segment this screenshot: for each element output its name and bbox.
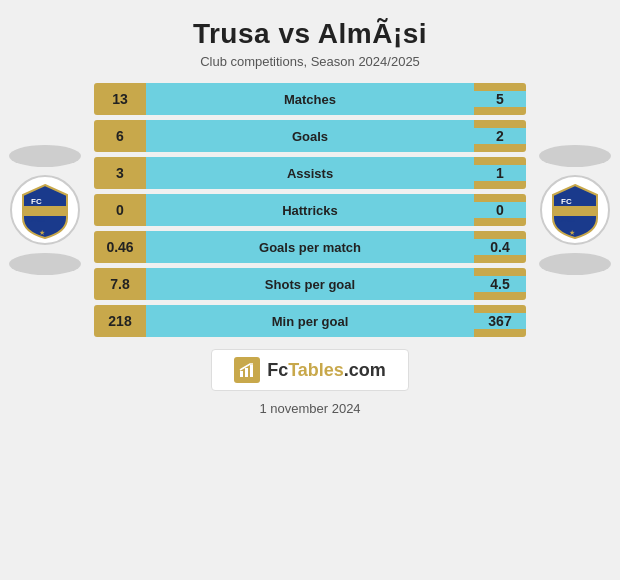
stat-value-right: 0.4 <box>474 239 526 255</box>
stat-label: Goals <box>146 120 474 152</box>
stat-value-left: 6 <box>94 128 146 144</box>
watermark-text: FcTables.com <box>267 360 386 381</box>
stat-label: Matches <box>146 83 474 115</box>
ellipse-decoration-left-bottom <box>9 253 81 275</box>
stat-label: Min per goal <box>146 305 474 337</box>
svg-text:DAC: DAC <box>558 215 576 224</box>
watermark-container: FcTables.com <box>211 349 409 391</box>
logo-right: FC DAC ★ <box>530 145 620 275</box>
stat-value-left: 0.46 <box>94 239 146 255</box>
team-logo-left: FC DAC ★ <box>10 175 80 245</box>
watermark-com: .com <box>344 360 386 380</box>
stat-value-right: 1 <box>474 165 526 181</box>
svg-text:★: ★ <box>569 229 575 236</box>
stat-value-left: 7.8 <box>94 276 146 292</box>
svg-text:★: ★ <box>39 229 45 236</box>
ellipse-decoration-right-bottom <box>539 253 611 275</box>
stat-value-right: 4.5 <box>474 276 526 292</box>
svg-text:FC: FC <box>561 197 572 206</box>
ellipse-decoration-right-top <box>539 145 611 167</box>
watermark-fc: Fc <box>267 360 288 380</box>
logo-left: FC DAC ★ <box>0 145 90 275</box>
header: Trusa vs AlmÃ¡si Club competitions, Seas… <box>0 0 620 75</box>
stat-label: Shots per goal <box>146 268 474 300</box>
stat-value-right: 367 <box>474 313 526 329</box>
ellipse-decoration-left-top <box>9 145 81 167</box>
stat-row: 0Hattricks0 <box>94 194 526 226</box>
stats-container: 13Matches56Goals23Assists10Hattricks00.4… <box>90 83 530 337</box>
main-content: FC DAC ★ 13Matches56Goals23Assists10Hatt… <box>0 75 620 337</box>
stat-row: 6Goals2 <box>94 120 526 152</box>
team-logo-right: FC DAC ★ <box>540 175 610 245</box>
stat-label: Hattricks <box>146 194 474 226</box>
stat-row: 7.8Shots per goal4.5 <box>94 268 526 300</box>
stat-row: 218Min per goal367 <box>94 305 526 337</box>
stat-value-left: 218 <box>94 313 146 329</box>
stat-value-right: 0 <box>474 202 526 218</box>
svg-text:FC: FC <box>31 197 42 206</box>
svg-rect-9 <box>245 368 248 377</box>
stat-value-right: 5 <box>474 91 526 107</box>
watermark: FcTables.com <box>211 349 409 391</box>
subtitle: Club competitions, Season 2024/2025 <box>10 54 610 69</box>
stat-label: Assists <box>146 157 474 189</box>
stat-value-right: 2 <box>474 128 526 144</box>
watermark-icon <box>234 357 260 383</box>
stat-value-left: 13 <box>94 91 146 107</box>
svg-text:DAC: DAC <box>28 215 46 224</box>
stat-row: 0.46Goals per match0.4 <box>94 231 526 263</box>
stat-row: 3Assists1 <box>94 157 526 189</box>
stat-value-left: 3 <box>94 165 146 181</box>
stat-value-left: 0 <box>94 202 146 218</box>
footer: 1 november 2024 <box>259 401 360 416</box>
watermark-tables: Tables <box>288 360 344 380</box>
stat-label: Goals per match <box>146 231 474 263</box>
footer-date: 1 november 2024 <box>259 401 360 416</box>
svg-rect-10 <box>250 365 253 377</box>
page-title: Trusa vs AlmÃ¡si <box>10 18 610 50</box>
svg-rect-8 <box>240 371 243 377</box>
stat-row: 13Matches5 <box>94 83 526 115</box>
